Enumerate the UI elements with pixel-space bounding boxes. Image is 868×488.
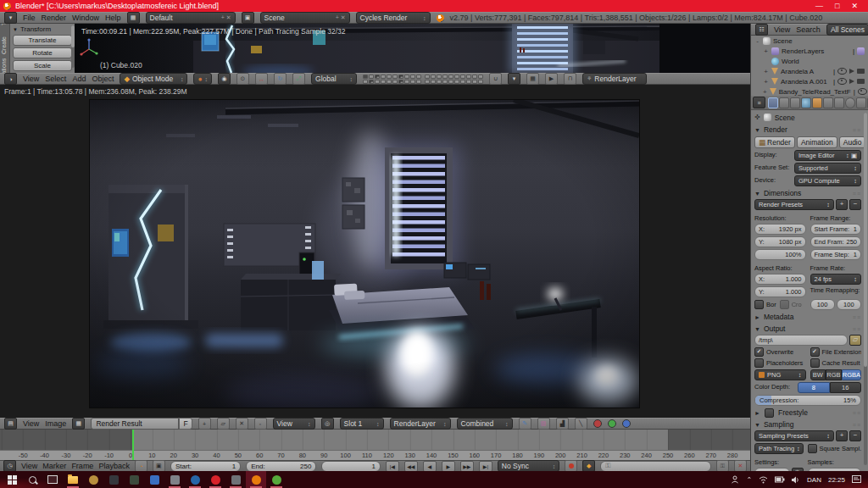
tool-shelf-tab-tools[interactable]: Tools (1, 24, 7, 25)
layer-cell[interactable] (472, 75, 477, 79)
render-opengl-anim-icon[interactable]: ▶ (545, 73, 558, 85)
menu-window[interactable]: Window (72, 14, 99, 22)
wifi-icon[interactable] (759, 476, 768, 484)
layer-cell[interactable] (416, 75, 421, 79)
resolution-x-field[interactable]: X:1920 px (754, 224, 806, 235)
layer-cell[interactable] (431, 75, 436, 79)
output-path-field[interactable]: /tmp\ (754, 335, 848, 346)
layer-cell[interactable] (375, 75, 380, 79)
layer-cell[interactable] (454, 75, 459, 79)
output-panel-header[interactable]: ▼Output≡≡ (754, 324, 861, 334)
pose-mode-icon[interactable]: ⊓ (564, 73, 576, 85)
translate-button[interactable]: Translate (13, 35, 72, 46)
square-samples-checkbox[interactable]: Square Sampl... (808, 443, 861, 454)
clock[interactable]: 22:25 (828, 476, 845, 484)
sample-line-icon[interactable]: ╲ (575, 418, 587, 430)
outliner-expand-toggle[interactable]: + (763, 68, 769, 75)
outliner-editor-type-icon[interactable]: ☷ (755, 24, 768, 36)
layer-cell[interactable] (448, 75, 453, 79)
layer-cell[interactable] (387, 80, 392, 84)
image-editor-type-icon[interactable]: ▤ (4, 418, 17, 430)
channels-bw-button[interactable]: BW (810, 369, 826, 380)
overwrite-checkbox[interactable]: ✓Overwrite (754, 347, 806, 357)
selectability-arrow-icon[interactable] (849, 79, 854, 84)
taskbar-opera-app-icon[interactable] (205, 471, 225, 488)
sync-mode-selector[interactable]: No Sync↕ (498, 460, 559, 472)
file-explorer-icon[interactable] (63, 471, 83, 488)
layer-cell[interactable] (466, 75, 471, 79)
slot-selector[interactable]: Slot 1↕ (340, 418, 384, 430)
device-selector[interactable]: GPU Compute↕ (794, 175, 861, 186)
channel-green-toggle[interactable] (608, 419, 616, 428)
outliner-display-filter[interactable]: All Scenes (826, 24, 868, 36)
outliner-row[interactable]: +RenderLayers| (751, 46, 868, 56)
next-keyframe-button[interactable]: ▶▶ (460, 461, 474, 472)
image-view-selector[interactable]: View↕ (273, 418, 315, 430)
people-icon[interactable] (731, 475, 739, 484)
timeline-playhead[interactable] (132, 430, 134, 460)
properties-tab-modifiers[interactable] (823, 97, 833, 108)
screen-layout-selector[interactable]: Default+ ✕ (146, 12, 236, 24)
menu-file[interactable]: File (23, 14, 36, 22)
layer-cell[interactable] (404, 80, 409, 84)
hidden-icons-chevron[interactable]: ⌃ (746, 476, 752, 484)
aspect-y-field[interactable]: Y:1.000 (754, 286, 806, 297)
interaction-mode-selector[interactable]: ◆Object Mode↕ (120, 73, 187, 85)
transform-orientation-selector[interactable]: Global↕ (311, 73, 357, 85)
layer-cell[interactable] (381, 75, 386, 79)
viewport-3d-render-preview[interactable]: Time:00:09.21 | Mem:222.95M, Peak:227.57… (75, 24, 750, 73)
taskbar-grid-app-icon[interactable] (124, 471, 144, 488)
layer-cell[interactable] (466, 80, 471, 84)
layer-cell[interactable] (460, 75, 465, 79)
visibility-eye-icon[interactable] (837, 78, 847, 85)
language-indicator[interactable]: DAN (807, 476, 821, 484)
visibility-eye-icon[interactable] (837, 68, 847, 75)
open-image-icon[interactable]: ▱ (217, 418, 230, 430)
new-image-icon[interactable]: + (198, 418, 211, 430)
layer-cell[interactable] (416, 80, 421, 84)
layer-cell[interactable] (392, 80, 398, 84)
remap-old-field[interactable]: 100 (810, 299, 835, 310)
layer-cell[interactable] (404, 75, 409, 79)
outliner-item-label[interactable]: World (782, 58, 799, 65)
outliner-row[interactable]: -Scene (751, 36, 868, 46)
taskbar-x-app-icon[interactable] (103, 471, 124, 488)
scene-icon[interactable]: ▣ (242, 12, 254, 24)
outliner-expand-toggle[interactable]: + (763, 47, 769, 55)
scale-button[interactable]: Scale (13, 60, 72, 71)
outliner-item-label[interactable]: Arandela A.001 (781, 78, 827, 86)
menu-render[interactable]: Render (42, 14, 67, 22)
cache-result-checkbox[interactable]: Cache Result (810, 358, 862, 368)
frame-rate-selector[interactable]: 24 fps↕ (810, 274, 862, 285)
depth-16-button[interactable]: 16 (830, 382, 862, 393)
layer-selector[interactable]: RenderLayer↕ (390, 418, 451, 430)
unlink-image-icon[interactable]: ✕ (236, 418, 248, 430)
layer-cell[interactable] (369, 75, 374, 79)
layer-cell[interactable] (392, 75, 398, 79)
layer-cell[interactable] (478, 80, 483, 84)
crop-checkbox[interactable]: Cro (780, 299, 802, 310)
layer-cell[interactable] (478, 75, 483, 79)
start-button[interactable] (2, 471, 22, 488)
channel-red-toggle[interactable] (593, 419, 602, 428)
file-format-selector[interactable]: PNG↕ (754, 369, 806, 380)
draw-channel-color-icon[interactable]: ✎ (519, 418, 531, 430)
taskbar-chart-app-icon[interactable] (144, 471, 164, 488)
prev-keyframe-button[interactable]: ◀◀ (404, 461, 418, 472)
image-menu-image[interactable]: Image (45, 419, 66, 428)
channels-rgba-button[interactable]: RGBA (842, 369, 861, 380)
delete-keyframe-icon[interactable]: ✕ (734, 460, 747, 472)
render-opengl-icon[interactable]: ▦ (526, 73, 539, 85)
layer-cell[interactable] (410, 80, 415, 84)
outliner-row[interactable]: +Arandela A| (751, 66, 868, 76)
pass-selector[interactable]: Combined↕ (457, 418, 513, 430)
current-frame-field[interactable]: 1 (321, 461, 380, 472)
layer-cell[interactable] (437, 75, 442, 79)
layer-cell[interactable] (398, 80, 403, 84)
transform-panel-header[interactable]: ▼Transform (13, 25, 72, 33)
sampling-panel-header[interactable]: ▼Sampling≡≡ (754, 419, 861, 430)
close-button[interactable]: ✕ (851, 3, 858, 10)
properties-scrollbar[interactable] (864, 113, 867, 465)
manipulator-translate-icon[interactable]: ↔ (255, 73, 268, 85)
editor-type-icon[interactable]: ▾ (4, 12, 17, 24)
